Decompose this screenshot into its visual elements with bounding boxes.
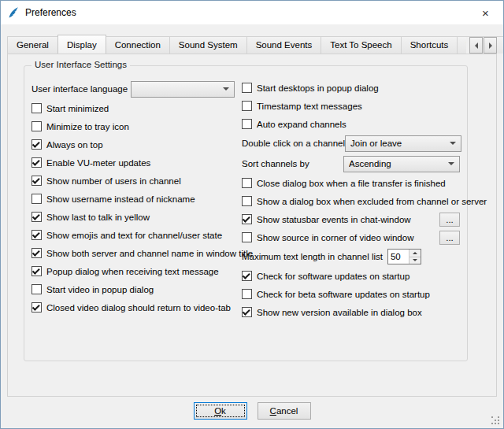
- spinner-up-button[interactable]: [410, 250, 421, 257]
- cancel-button[interactable]: Cancel: [258, 402, 311, 420]
- row-start-desktops-popup[interactable]: Start desktops in popup dialog: [242, 79, 460, 97]
- tab-sound-events[interactable]: Sound Events: [246, 36, 322, 54]
- double-click-select[interactable]: Join or leave: [345, 135, 461, 152]
- row-video-source-corner[interactable]: Show source in corner of video window ..…: [242, 228, 460, 246]
- row-auto-expand-channels[interactable]: Auto expand channels: [242, 115, 460, 133]
- right-column: Start desktops in popup dialog Timestamp…: [242, 79, 460, 321]
- checkbox-minimize-to-tray[interactable]: [32, 121, 42, 131]
- checkbox-label[interactable]: Show last to talk in yellow: [46, 213, 150, 222]
- arrow-right-icon: [489, 43, 495, 49]
- checkbox-start-desktops-popup[interactable]: [242, 83, 252, 93]
- preferences-window: Preferences × General Display Connection…: [0, 0, 504, 429]
- checkbox-label[interactable]: Start video in popup dialog: [46, 285, 154, 294]
- row-show-username[interactable]: Show username instead of nickname: [32, 190, 235, 208]
- row-close-dialog-file-transfer[interactable]: Close dialog box when a file transfer is…: [242, 174, 460, 192]
- row-check-software-updates[interactable]: Check for software updates on startup: [242, 267, 460, 285]
- checkbox-check-beta-updates[interactable]: [242, 289, 252, 299]
- checkbox-label[interactable]: Enable VU-meter updates: [46, 158, 150, 168]
- row-start-minimized[interactable]: Start minimized: [32, 99, 235, 117]
- tab-shortcuts[interactable]: Shortcuts: [401, 36, 458, 54]
- checkbox-show-server-and-channel-name[interactable]: [32, 248, 42, 258]
- checkbox-show-number-of-users[interactable]: [32, 176, 42, 186]
- checkbox-auto-expand-channels[interactable]: [242, 119, 252, 129]
- checkbox-label[interactable]: Show a dialog box when excluded from cha…: [257, 197, 487, 206]
- checkbox-show-dialog-when-excluded[interactable]: [242, 196, 252, 206]
- checkbox-label[interactable]: Closed video dialog should return to vid…: [46, 303, 231, 313]
- checkbox-label[interactable]: Minimize to tray icon: [46, 122, 129, 131]
- row-show-server-and-channel-name[interactable]: Show both server and channel name in win…: [32, 244, 235, 262]
- checkbox-label[interactable]: Show number of users in channel: [46, 176, 181, 186]
- row-popup-dialog-text-message[interactable]: Popup dialog when receiving text message: [32, 262, 235, 280]
- sort-channels-select[interactable]: Ascending: [343, 156, 460, 172]
- row-show-last-to-talk[interactable]: Show last to talk in yellow: [32, 208, 235, 226]
- checkbox-show-new-version[interactable]: [242, 307, 252, 317]
- checkbox-show-last-to-talk[interactable]: [32, 212, 42, 222]
- checkbox-show-emojis[interactable]: [32, 230, 42, 240]
- row-closed-video-dialog[interactable]: Closed video dialog should return to vid…: [32, 298, 235, 316]
- checkbox-start-video-popup[interactable]: [32, 284, 42, 294]
- max-text-length-spinner[interactable]: 50: [387, 249, 421, 264]
- titlebar[interactable]: Preferences ×: [1, 1, 503, 24]
- checkbox-label[interactable]: Auto expand channels: [257, 120, 346, 129]
- resize-grip[interactable]: [491, 416, 500, 425]
- checkbox-start-minimized[interactable]: [32, 103, 42, 113]
- checkbox-label[interactable]: Timestamp text messages: [257, 102, 362, 111]
- checkbox-label[interactable]: Show username instead of nickname: [46, 194, 195, 204]
- spinner-up-icon: [413, 250, 417, 254]
- row-always-on-top[interactable]: Always on top: [32, 135, 235, 153]
- checkbox-statusbar-events[interactable]: [242, 214, 252, 224]
- user-interface-settings-group: User Interface Settings User interface l…: [24, 65, 468, 361]
- row-show-dialog-when-excluded[interactable]: Show a dialog box when excluded from cha…: [242, 192, 460, 210]
- checkbox-label[interactable]: Popup dialog when receiving text message: [46, 267, 219, 276]
- checkbox-popup-dialog-text-message[interactable]: [32, 266, 42, 276]
- spinner-buttons: [409, 250, 421, 264]
- checkbox-always-on-top[interactable]: [32, 139, 42, 150]
- row-timestamp-text-messages[interactable]: Timestamp text messages: [242, 97, 460, 115]
- checkbox-label[interactable]: Start desktops in popup dialog: [257, 83, 379, 93]
- tab-scroll-right-button[interactable]: [484, 37, 497, 54]
- video-source-options-button[interactable]: ...: [439, 231, 460, 245]
- ok-button[interactable]: Ok: [194, 402, 247, 420]
- checkbox-label[interactable]: Check for beta software updates on start…: [257, 290, 430, 299]
- row-user-interface-language: User interface language: [32, 79, 235, 99]
- checkbox-enable-vu-meter[interactable]: [32, 157, 42, 168]
- row-show-emojis[interactable]: Show emojis and text for channel/user st…: [32, 226, 235, 244]
- double-click-label: Double click on a channel: [242, 139, 345, 148]
- checkbox-show-username[interactable]: [32, 194, 42, 204]
- checkbox-label[interactable]: Close dialog box when a file transfer is…: [257, 179, 446, 188]
- row-check-beta-updates[interactable]: Check for beta software updates on start…: [242, 285, 460, 303]
- row-enable-vu-meter[interactable]: Enable VU-meter updates: [32, 153, 235, 172]
- checkbox-label[interactable]: Show new version available in dialog box: [257, 308, 422, 317]
- row-sort-channels-by: Sort channels by Ascending: [242, 153, 460, 174]
- row-show-new-version[interactable]: Show new version available in dialog box: [242, 303, 460, 321]
- tab-sound-system[interactable]: Sound System: [169, 36, 247, 54]
- spinner-down-button[interactable]: [410, 257, 421, 264]
- checkbox-label[interactable]: Start minimized: [46, 104, 109, 113]
- checkbox-closed-video-dialog[interactable]: [32, 302, 42, 313]
- max-text-length-value[interactable]: 50: [388, 250, 409, 264]
- row-show-number-of-users[interactable]: Show number of users in channel: [32, 172, 235, 190]
- row-start-video-popup[interactable]: Start video in popup dialog: [32, 280, 235, 298]
- tab-text-to-speech[interactable]: Text To Speech: [321, 36, 401, 54]
- checkbox-label[interactable]: Always on top: [46, 140, 103, 150]
- checkbox-close-dialog-file-transfer[interactable]: [242, 178, 252, 188]
- row-max-text-length: Maximum text length in channel list 50: [242, 246, 460, 267]
- checkbox-video-source-corner[interactable]: [242, 232, 252, 242]
- checkbox-check-software-updates[interactable]: [242, 271, 252, 281]
- row-statusbar-events[interactable]: Show statusbar events in chat-window ...: [242, 210, 460, 228]
- close-button[interactable]: ×: [468, 2, 503, 24]
- statusbar-events-options-button[interactable]: ...: [439, 213, 460, 227]
- language-select[interactable]: [131, 81, 235, 98]
- tab-general[interactable]: General: [7, 36, 58, 54]
- checkbox-timestamp-text-messages[interactable]: [242, 101, 252, 111]
- checkbox-label[interactable]: Show source in corner of video window: [257, 233, 413, 242]
- tab-display[interactable]: Display: [57, 35, 106, 54]
- sort-channels-label: Sort channels by: [242, 159, 309, 168]
- checkbox-label[interactable]: Show both server and channel name in win…: [46, 249, 253, 258]
- checkbox-label[interactable]: Check for software updates on startup: [257, 272, 410, 281]
- tab-scroll-left-button[interactable]: [469, 37, 483, 54]
- checkbox-label[interactable]: Show emojis and text for channel/user st…: [46, 231, 222, 240]
- checkbox-label[interactable]: Show statusbar events in chat-window: [257, 215, 411, 224]
- row-minimize-to-tray[interactable]: Minimize to tray icon: [32, 117, 235, 135]
- tab-connection[interactable]: Connection: [106, 36, 170, 54]
